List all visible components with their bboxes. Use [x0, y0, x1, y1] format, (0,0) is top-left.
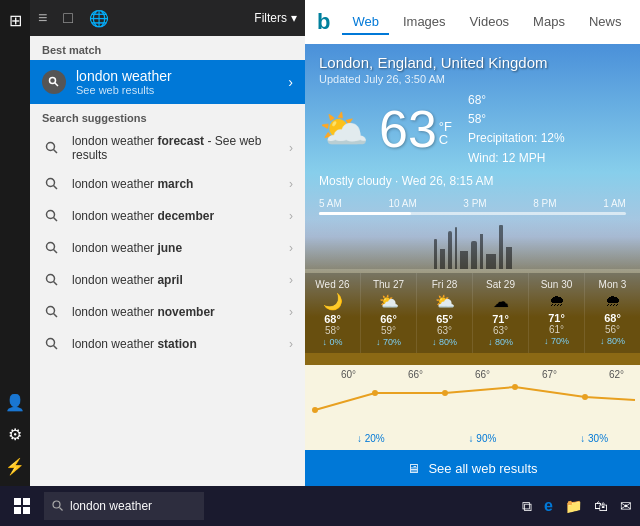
svg-line-26 [60, 508, 63, 511]
forecast-wed[interactable]: Wed 26 🌙 68° 58° ↓ 0% [305, 273, 361, 353]
forecast-thu[interactable]: Thu 27 ⛅ 66° 59° ↓ 70% [361, 273, 417, 353]
svg-line-7 [54, 218, 58, 222]
tab-news[interactable]: News [579, 10, 632, 35]
taskbar-search-box[interactable] [44, 492, 204, 520]
tab-videos[interactable]: Videos [460, 10, 520, 35]
task-view-icon[interactable]: ⧉ [522, 498, 532, 515]
taskbar-search-input[interactable] [70, 499, 180, 513]
document-icon[interactable]: □ [63, 9, 73, 27]
hamburger-icon[interactable]: ≡ [38, 9, 47, 27]
suggestion-arrow-icon: › [289, 141, 293, 155]
globe-icon[interactable]: 🌐 [89, 9, 109, 28]
weather-updated: Updated July 26, 3:50 AM [305, 73, 640, 91]
search-panel: Best match london weather See web result… [30, 36, 305, 486]
monitor-icon: 🖥 [407, 461, 420, 476]
hourly-labels: 5 AM 10 AM 3 PM 8 PM 1 AM [319, 198, 626, 209]
suggestion-arrow-icon: › [289, 177, 293, 191]
weather-main: ⛅ 63 °F C 68° 58° Precipitation: 12% Win… [305, 91, 640, 174]
suggestion-text-station: london weather station [72, 337, 289, 351]
svg-point-20 [582, 394, 588, 400]
search-icon [42, 334, 62, 354]
forecast-mon[interactable]: Mon 3 🌧 68° 56° ↓ 80% [585, 273, 640, 353]
search-icon [42, 270, 62, 290]
suggestion-arrow-icon: › [289, 337, 293, 351]
svg-point-6 [47, 211, 55, 219]
svg-rect-21 [14, 498, 21, 505]
svg-point-2 [47, 143, 55, 151]
suggestion-item-june[interactable]: london weather june › [30, 232, 305, 264]
hourly-label-1am: 1 AM [603, 198, 626, 209]
temperature-graph: 60° 66° 66° 67° 62° ↓ 20% ↓ 90% ↓ 30% [305, 365, 640, 450]
hourly-current-indicator [319, 212, 411, 215]
forecast-rain: ↓ 0% [307, 337, 358, 347]
search-topbar: ≡ □ 🌐 Filters ▾ [30, 0, 305, 36]
forecast-fri[interactable]: Fri 28 ⛅ 65° 63° ↓ 80% [417, 273, 473, 353]
chevron-down-icon: ▾ [291, 11, 297, 25]
store-icon[interactable]: 🛍 [594, 498, 608, 514]
forecast-high: 68° [307, 313, 358, 325]
tab-maps[interactable]: Maps [523, 10, 575, 35]
suggestion-text-march: london weather march [72, 177, 289, 191]
suggestion-item-forecast[interactable]: london weather forecast - See web result… [30, 128, 305, 168]
weather-temperature: 63 [379, 103, 437, 155]
search-icon [42, 238, 62, 258]
forecast-sat[interactable]: Sat 29 ☁ 71° 63° ↓ 80% [473, 273, 529, 353]
rain-label-1: ↓ 20% [357, 433, 385, 444]
suggestion-text-december: london weather december [72, 209, 289, 223]
forecast-sun[interactable]: Sun 30 🌧 71° 61° ↓ 70% [529, 273, 585, 353]
best-match-text: london weather See web results [76, 68, 288, 96]
suggestion-item-april[interactable]: london weather april › [30, 264, 305, 296]
sidebar-power-icon[interactable]: ⚡ [3, 454, 27, 478]
suggestion-arrow-icon: › [289, 209, 293, 223]
taskbar-search-icon [52, 500, 64, 512]
svg-rect-22 [23, 498, 30, 505]
svg-point-25 [53, 501, 60, 508]
best-match-label: Best match [30, 36, 305, 60]
hourly-label-8pm: 8 PM [533, 198, 556, 209]
forecast-low: 58° [307, 325, 358, 336]
cloud-icon: ⛅ [319, 106, 369, 153]
weather-unit: °F C [439, 112, 452, 146]
svg-line-11 [54, 282, 58, 286]
suggestion-item-december[interactable]: london weather december › [30, 200, 305, 232]
tab-web[interactable]: Web [342, 10, 389, 35]
svg-line-15 [54, 346, 58, 350]
suggestion-arrow-icon: › [289, 241, 293, 255]
weather-panel: b Web Images Videos Maps News London, En… [305, 0, 640, 486]
sidebar-home-icon[interactable]: ⊞ [3, 8, 27, 32]
forecast-icon: 🌙 [307, 292, 358, 311]
filters-button[interactable]: Filters ▾ [254, 11, 297, 25]
explorer-icon[interactable]: 📁 [565, 498, 582, 514]
skyline [434, 225, 512, 269]
sidebar-user-icon[interactable]: 👤 [3, 390, 27, 414]
graph-temp-labels: 60° 66° 66° 67° 62° [315, 369, 640, 380]
graph-rain-labels: ↓ 20% ↓ 90% ↓ 30% [315, 433, 640, 444]
search-icon [42, 174, 62, 194]
weather-description: Mostly cloudy · Wed 26, 8:15 AM [305, 174, 640, 194]
hourly-label-5am: 5 AM [319, 198, 342, 209]
svg-point-10 [47, 275, 55, 283]
suggestion-item-march[interactable]: london weather march › [30, 168, 305, 200]
suggestion-text-june: london weather june [72, 241, 289, 255]
tab-images[interactable]: Images [393, 10, 456, 35]
city-backdrop [305, 219, 640, 269]
hourly-bar: 5 AM 10 AM 3 PM 8 PM 1 AM [305, 194, 640, 219]
edge-icon[interactable]: e [544, 497, 553, 515]
svg-point-17 [372, 390, 378, 396]
best-match-item[interactable]: london weather See web results › [30, 60, 305, 104]
forecast-day-label: Wed 26 [307, 279, 358, 290]
suggestion-item-station[interactable]: london weather station › [30, 328, 305, 360]
see-all-results-button[interactable]: 🖥 See all web results [305, 450, 640, 486]
mail-icon[interactable]: ✉ [620, 498, 632, 514]
search-circle-icon [42, 70, 66, 94]
start-button[interactable] [8, 492, 36, 520]
search-icon [42, 206, 62, 226]
svg-rect-23 [14, 507, 21, 514]
hourly-label-10am: 10 AM [388, 198, 416, 209]
suggestions-label: Search suggestions [30, 104, 305, 128]
left-sidebar: ⊞ 👤 ⚙ ⚡ [0, 0, 30, 486]
suggestion-item-november[interactable]: london weather november › [30, 296, 305, 328]
suggestion-text-april: london weather april [72, 273, 289, 287]
sidebar-settings-icon[interactable]: ⚙ [3, 422, 27, 446]
best-match-arrow-icon: › [288, 74, 293, 90]
